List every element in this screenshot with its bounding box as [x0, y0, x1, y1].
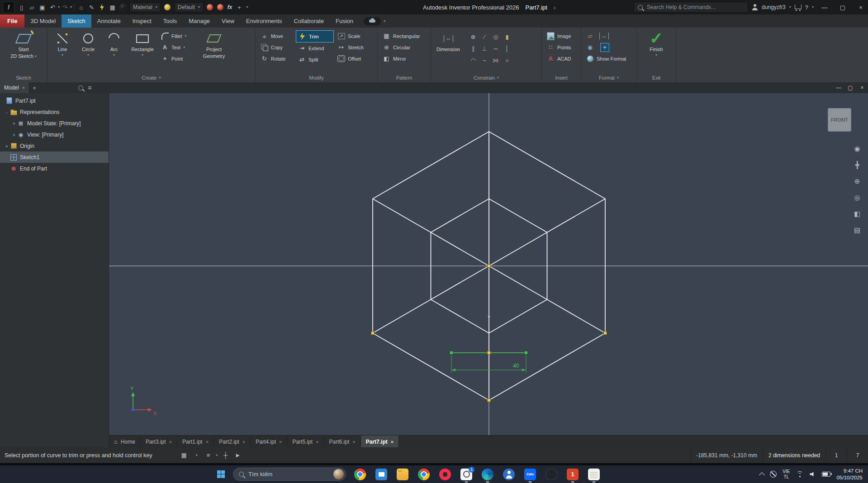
- scale-button[interactable]: ↗Scale: [335, 30, 373, 42]
- tangent-constraint-icon[interactable]: ◠: [468, 55, 479, 66]
- tab-view[interactable]: View: [216, 14, 240, 28]
- expander-icon[interactable]: +: [11, 132, 17, 137]
- mirror-button[interactable]: ◧Mirror: [380, 53, 428, 64]
- equal-constraint-icon[interactable]: =: [502, 55, 512, 66]
- browser-item-part7[interactable]: Part7.ipt: [0, 95, 109, 106]
- volume-icon[interactable]: [810, 472, 816, 477]
- tab-close-icon[interactable]: ×: [279, 439, 282, 445]
- new-file-icon[interactable]: ▯: [16, 2, 27, 13]
- tab-part5[interactable]: Part5.ipt×: [287, 436, 324, 448]
- sketch-drawing[interactable]: 40 Y X: [109, 93, 868, 435]
- split-button[interactable]: ⇄Split: [296, 54, 334, 65]
- material-combo[interactable]: Material▾: [129, 2, 161, 12]
- edge-icon[interactable]: [482, 469, 493, 480]
- orbit-mode-icon[interactable]: ◔: [192, 451, 201, 459]
- format-centerline-button[interactable]: ◉: [584, 42, 596, 53]
- open-file-icon[interactable]: ▱: [27, 2, 37, 13]
- start-button[interactable]: [217, 470, 225, 478]
- tab-part6[interactable]: Part6.ipt×: [324, 436, 361, 448]
- dimension-button[interactable]: ↔ Dimension: [434, 29, 463, 54]
- rotate-button[interactable]: ↻Rotate: [258, 53, 294, 64]
- browser-tab-model[interactable]: Model ×: [0, 82, 29, 93]
- language-indicator[interactable]: VIE TL: [783, 469, 790, 479]
- tab-close-icon[interactable]: ×: [242, 439, 245, 445]
- fix-constraint-icon[interactable]: ▮: [502, 31, 512, 43]
- tab-collaborate[interactable]: Collaborate: [288, 14, 330, 28]
- vertical-constraint-icon[interactable]: │: [502, 43, 512, 54]
- measure-icon[interactable]: +: [234, 2, 244, 13]
- local-update-icon[interactable]: [97, 2, 107, 13]
- tab-close-icon[interactable]: ×: [391, 439, 394, 445]
- expander-icon[interactable]: +: [11, 121, 17, 126]
- doc-restore-button[interactable]: ▢: [844, 85, 856, 91]
- tab-inspect[interactable]: Inspect: [127, 14, 157, 28]
- points-button[interactable]: ∷Points: [545, 42, 578, 53]
- smooth-constraint-icon[interactable]: ~: [479, 55, 490, 66]
- zalo-icon[interactable]: Zalo: [524, 469, 536, 480]
- maximize-button[interactable]: ▢: [835, 0, 850, 14]
- pan-icon[interactable]: ╋: [852, 160, 863, 170]
- expander-icon[interactable]: +: [4, 143, 10, 149]
- symmetric-constraint-icon[interactable]: ⋈: [490, 55, 501, 66]
- adjust-ball-icon[interactable]: [205, 2, 215, 13]
- tab-close-icon[interactable]: ×: [169, 439, 172, 445]
- nav-wheel-icon[interactable]: ◉: [852, 144, 863, 154]
- opera-gx-icon[interactable]: [439, 469, 451, 480]
- browser-item-view[interactable]: + ◉ View: [Primary]: [0, 129, 109, 140]
- expander-icon[interactable]: -: [4, 109, 10, 115]
- wifi-icon[interactable]: [796, 471, 804, 478]
- image-button[interactable]: Image: [545, 30, 578, 42]
- save-icon[interactable]: ▣: [37, 2, 47, 13]
- collinear-constraint-icon[interactable]: ∕: [479, 31, 490, 43]
- sketch-pencil-icon[interactable]: ✎: [86, 2, 97, 13]
- rectangle-button[interactable]: Rectangle▾: [128, 29, 157, 59]
- copy-button[interactable]: Copy: [258, 42, 294, 53]
- acad-button[interactable]: AACAD: [545, 53, 578, 64]
- ribbon-options-icon[interactable]: ▾: [384, 19, 385, 23]
- tray-expand-icon[interactable]: [759, 472, 765, 478]
- circle-button[interactable]: Circle▾: [76, 29, 100, 59]
- cloud-status-pill[interactable]: [364, 17, 381, 25]
- redo-dropdown-icon[interactable]: ▾: [70, 5, 72, 9]
- arc-button[interactable]: Arc▾: [102, 29, 126, 59]
- appearance-combo[interactable]: Default▾: [174, 2, 204, 12]
- point-button[interactable]: + Point: [159, 53, 198, 64]
- zoom-icon[interactable]: ⊕: [852, 176, 863, 186]
- panel-label-format[interactable]: Format: [599, 75, 615, 80]
- project-geometry-button[interactable]: Project Geometry: [199, 29, 229, 61]
- tab-part4[interactable]: Part4.ipt×: [251, 436, 287, 448]
- orbit-icon[interactable]: ◎: [852, 193, 863, 203]
- tab-tools[interactable]: Tools: [157, 14, 183, 28]
- tab-part2[interactable]: Part2.ipt×: [214, 436, 251, 448]
- tab-home[interactable]: ⌂Home: [109, 436, 141, 448]
- chrome2-icon[interactable]: [418, 469, 430, 480]
- tab-file[interactable]: File: [0, 14, 24, 28]
- line-button[interactable]: Line▾: [50, 29, 75, 59]
- tab-sketch[interactable]: Sketch: [62, 14, 91, 28]
- move-tool-icon[interactable]: ┼: [221, 451, 230, 459]
- coincident-constraint-icon[interactable]: ⊕: [468, 31, 479, 43]
- browser-item-end-of-part[interactable]: ⊗ End of Part: [0, 163, 109, 174]
- dimension-value[interactable]: 40: [513, 363, 519, 369]
- user-dropdown-icon[interactable]: ▾: [789, 5, 791, 9]
- redo-icon[interactable]: ↷: [60, 2, 70, 13]
- doc-minimize-button[interactable]: —: [833, 85, 844, 91]
- do-not-disturb-icon[interactable]: [770, 471, 777, 478]
- qat-customize-icon[interactable]: ▾: [246, 5, 248, 9]
- onepassword-icon[interactable]: 1: [567, 469, 579, 480]
- circular-pattern-button[interactable]: ⊛Circular: [380, 42, 428, 53]
- finish-sketch-button[interactable]: ✓ Finish ▾: [640, 29, 673, 59]
- perpendicular-constraint-icon[interactable]: ⊥: [479, 43, 490, 54]
- add-browser-tab-button[interactable]: +: [29, 85, 39, 91]
- format-centerpoint-button[interactable]: +: [598, 42, 612, 53]
- tab-annotate[interactable]: Annotate: [91, 14, 127, 28]
- appearance-ball-dark-icon[interactable]: [118, 2, 128, 13]
- battery-icon[interactable]: [822, 472, 830, 477]
- parameters-fx-icon[interactable]: fx: [226, 4, 234, 10]
- tab-close-icon[interactable]: ×: [206, 439, 209, 445]
- sketch-point-small[interactable]: [488, 316, 490, 317]
- stretch-button[interactable]: ↦Stretch: [335, 42, 373, 53]
- fillet-button[interactable]: Fillet▾: [159, 30, 198, 42]
- user-name[interactable]: dungyzfr3: [762, 4, 786, 10]
- browser-item-model-state[interactable]: + ▦ Model State: [Primary]: [0, 118, 109, 129]
